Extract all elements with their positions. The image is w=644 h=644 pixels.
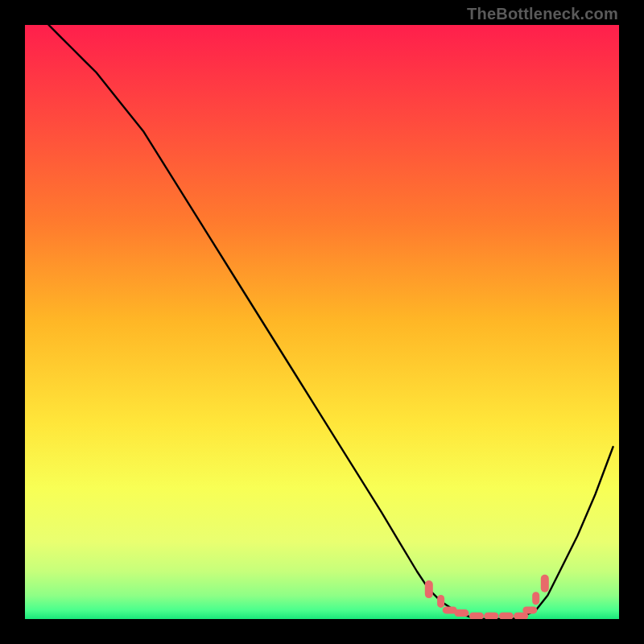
marker-point (437, 595, 444, 608)
marker-point (499, 613, 514, 619)
marker-point (454, 609, 469, 617)
marker-point (522, 606, 537, 613)
marker-point (541, 575, 549, 592)
marker-point (469, 613, 484, 619)
watermark-text: TheBottleneck.com (467, 5, 618, 23)
chart-svg (25, 25, 619, 619)
marker-point (532, 592, 539, 605)
chart-frame: TheBottleneck.com (0, 0, 644, 644)
chart-background-gradient (25, 25, 619, 619)
chart-plot-area (25, 25, 619, 619)
marker-point (425, 580, 433, 598)
marker-point (484, 613, 498, 619)
